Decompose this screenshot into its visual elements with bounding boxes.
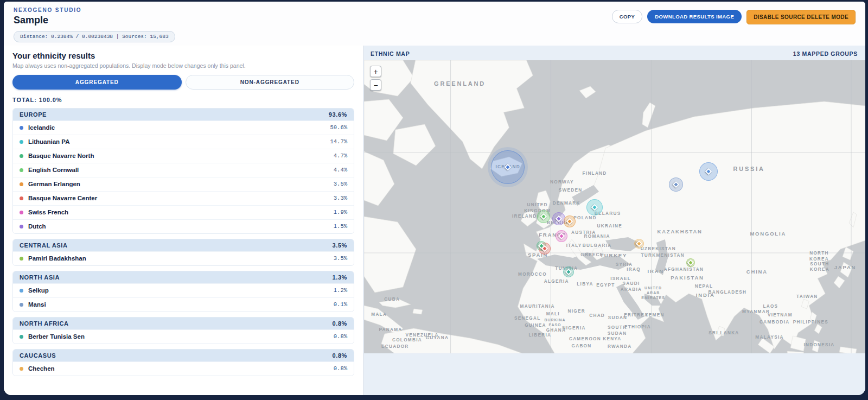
main-body: Your ethnicity results Map always uses n… [4,46,865,395]
group-region-label: CAUCASUS [20,352,56,359]
zoom-out-button[interactable]: − [370,79,381,91]
map-panel: ETHNIC MAP 13 MAPPED GROUPS [364,46,865,395]
group-percent: 3.5% [333,242,347,249]
population-row-left: Berber Tunisia Sen [20,333,85,340]
population-color-dot-icon [20,140,23,144]
ethnicity-group-section: EUROPE93.6%Icelandic59.6%Lithuanian PA14… [12,108,354,234]
population-row-left: English Cornwall [20,167,79,173]
population-percent: 1.2% [334,287,347,294]
header: NEXOGENO STUDIO Sample Distance: 0.2384%… [4,2,865,46]
population-row[interactable]: German Erlangen3.5% [13,177,354,191]
population-name: English Cornwall [28,167,79,173]
population-row[interactable]: Basque Navarre North4.7% [13,149,354,163]
population-name: German Erlangen [28,181,80,187]
population-row-left: Basque Navarre Center [20,195,97,201]
window-frame: NEXOGENO STUDIO Sample Distance: 0.2384%… [0,0,868,400]
group-header: CENTRAL ASIA3.5% [13,239,354,251]
ethnicity-group-section: NORTH ASIA1.3%Selkup1.2%Mansi0.1% [12,271,354,312]
map-zoom-controls: + − [370,66,381,91]
group-region-label: NORTH AFRICA [20,320,69,327]
stats-badge: Distance: 0.2384% / 0.00238438 | Sources… [14,31,175,42]
population-row[interactable]: Swiss French1.9% [13,205,354,219]
population-color-dot-icon [20,126,23,130]
population-percent: 4.7% [334,153,347,159]
population-color-dot-icon [20,211,23,214]
header-left: NEXOGENO STUDIO Sample Distance: 0.2384%… [14,7,175,42]
display-mode-toggle: AGGREGATED NON-AGGREGATED [12,75,354,90]
population-row-left: Dutch [20,223,46,230]
population-row-left: Selkup [20,287,49,294]
population-percent: 14.7% [330,138,347,145]
group-header: NORTH AFRICA0.8% [13,318,354,329]
population-row[interactable]: Chechen0.8% [13,361,354,376]
disable-source-delete-mode-button[interactable]: DISABLE SOURCE DELETE MODE [746,10,856,24]
population-name: Icelandic [28,124,55,131]
population-row[interactable]: Pamiri Badakhshan3.5% [13,251,354,265]
ethnicity-group-section: NORTH AFRICA0.8%Berber Tunisia Sen0.8% [12,317,354,344]
group-region-label: CENTRAL ASIA [20,242,67,249]
population-percent: 0.8% [334,333,347,340]
population-row[interactable]: Mansi0.1% [13,297,354,312]
population-color-dot-icon [20,168,23,172]
population-color-dot-icon [20,367,23,371]
mapped-groups-badge: 13 MAPPED GROUPS [793,50,858,57]
population-color-dot-icon [20,225,23,228]
population-name: Berber Tunisia Sen [28,333,85,340]
population-percent: 0.8% [334,365,347,372]
population-percent: 1.5% [334,223,347,230]
population-row[interactable]: Selkup1.2% [13,283,354,297]
map-title: ETHNIC MAP [371,50,410,57]
population-name: Dutch [28,223,46,230]
population-percent: 59.6% [330,124,347,131]
population-row-left: Basque Navarre North [20,153,94,159]
population-color-dot-icon [20,257,23,261]
group-percent: 0.8% [333,320,347,327]
population-row[interactable]: Dutch1.5% [13,219,354,233]
ethnicity-group-section: CAUCASUS0.8%Chechen0.8% [12,349,354,376]
population-row-left: Swiss French [20,209,68,215]
population-row-left: Pamiri Badakhshan [20,255,86,262]
population-color-dot-icon [20,335,23,339]
ethnic-map[interactable]: + − GREENLANDICELANDRUSSIANORWAYSWEDENFI… [364,60,865,353]
zoom-in-button[interactable]: + [370,66,381,77]
results-subheading: Map always uses non-aggregated populatio… [12,62,354,69]
population-percent: 3.3% [334,195,347,201]
world-map-graphic [364,60,865,353]
download-results-image-button[interactable]: DOWNLOAD RESULTS IMAGE [647,10,742,23]
population-percent: 3.5% [334,181,347,187]
group-percent: 93.6% [329,111,347,118]
population-row[interactable]: English Cornwall4.4% [13,163,354,177]
population-percent: 4.4% [334,167,347,173]
app-page: NEXOGENO STUDIO Sample Distance: 0.2384%… [4,2,865,395]
population-color-dot-icon [20,196,23,200]
group-region-label: EUROPE [20,111,47,118]
mode-non-aggregated-button[interactable]: NON-AGGREGATED [186,75,355,90]
group-header: EUROPE93.6% [13,109,354,120]
population-name: Mansi [28,301,46,308]
population-color-dot-icon [20,154,23,158]
population-row[interactable]: Icelandic59.6% [13,120,354,135]
population-name: Pamiri Badakhshan [28,255,86,262]
group-header: CAUCASUS0.8% [13,350,354,361]
population-percent: 0.1% [334,301,347,308]
population-row-left: German Erlangen [20,181,80,187]
ethnicity-group-section: CENTRAL ASIA3.5%Pamiri Badakhshan3.5% [12,239,354,266]
population-percent: 3.5% [334,255,347,262]
brand-label: NEXOGENO STUDIO [14,7,175,13]
population-percent: 1.9% [334,209,347,215]
mode-aggregated-button[interactable]: AGGREGATED [12,75,182,90]
results-panel: Your ethnicity results Map always uses n… [4,46,364,395]
population-name: Swiss French [28,209,68,215]
population-name: Basque Navarre North [28,153,94,159]
population-row-left: Chechen [20,365,55,372]
copy-button[interactable]: COPY [612,10,643,23]
header-actions: COPY DOWNLOAD RESULTS IMAGE DISABLE SOUR… [612,7,856,24]
group-percent: 0.8% [333,352,347,359]
population-row[interactable]: Berber Tunisia Sen0.8% [13,329,354,344]
results-heading: Your ethnicity results [12,51,354,60]
population-color-dot-icon [20,289,23,293]
population-name: Basque Navarre Center [28,195,97,201]
population-row[interactable]: Basque Navarre Center3.3% [13,191,354,205]
population-row[interactable]: Lithuanian PA14.7% [13,135,354,149]
population-row-left: Icelandic [20,124,55,131]
